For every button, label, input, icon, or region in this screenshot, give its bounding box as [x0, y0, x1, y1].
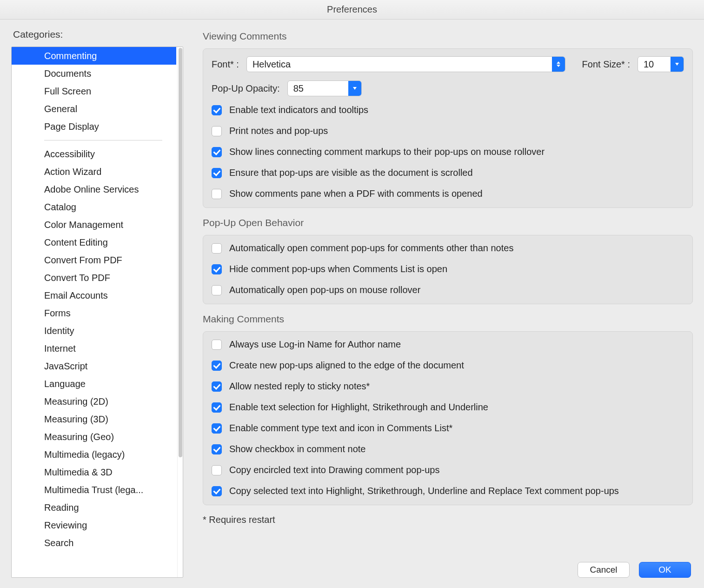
checkbox-row: Automatically open pop-ups on mouse roll…: [212, 285, 684, 295]
category-item[interactable]: Action Wizard: [12, 163, 176, 180]
checkbox-row: Create new pop-ups aligned to the edge o…: [212, 360, 684, 371]
category-item[interactable]: Email Accounts: [12, 287, 176, 304]
window-title: Preferences: [0, 0, 704, 20]
checkbox-row: Enable text selection for Highlight, Str…: [212, 402, 684, 413]
preferences-body: Categories: CommentingDocumentsFull Scre…: [0, 20, 704, 588]
checkbox[interactable]: [212, 361, 222, 371]
category-item[interactable]: Catalog: [12, 198, 176, 216]
category-item[interactable]: Documents: [12, 65, 176, 82]
checkbox-label: Show checkbox in comment note: [229, 444, 366, 454]
category-item[interactable]: Multimedia & 3D: [12, 463, 176, 481]
checkbox-row: Enable text indicators and tooltips: [212, 105, 684, 115]
category-item[interactable]: Identity: [12, 322, 176, 340]
checkbox[interactable]: [212, 381, 222, 392]
category-item[interactable]: Page Display: [12, 118, 176, 135]
checkbox-label: Hide comment pop-ups when Comments List …: [229, 264, 447, 274]
checkbox-row: Always use Log-in Name for Author name: [212, 339, 684, 350]
category-item[interactable]: Accessibility: [12, 145, 176, 163]
checkbox-label: Allow nested reply to sticky notes*: [229, 381, 370, 392]
checkbox-label: Automatically open pop-ups on mouse roll…: [229, 285, 420, 295]
restart-note: * Requires restart: [203, 514, 693, 525]
category-item[interactable]: Language: [12, 375, 176, 393]
scrollbar-thumb[interactable]: [179, 48, 182, 457]
section-popup: Automatically open comment pop-ups for c…: [203, 235, 693, 304]
ok-button[interactable]: OK: [639, 562, 691, 578]
fontsize-value: 10: [638, 59, 671, 70]
checkbox-label: Enable text indicators and tooltips: [229, 105, 368, 115]
checkbox-label: Show lines connecting comment markups to…: [229, 147, 545, 157]
fontsize-select[interactable]: 10: [638, 56, 684, 72]
checkbox-row: Copy encircled text into Drawing comment…: [212, 465, 684, 475]
cancel-button[interactable]: Cancel: [578, 562, 630, 578]
checkbox-row: Hide comment pop-ups when Comments List …: [212, 264, 684, 274]
checkbox-row: Show comments pane when a PDF with comme…: [212, 188, 684, 199]
category-item[interactable]: Multimedia (legacy): [12, 446, 176, 463]
checkbox[interactable]: [212, 189, 222, 199]
categories-label: Categories:: [13, 29, 183, 40]
checkbox[interactable]: [212, 126, 222, 136]
checkbox-label: Always use Log-in Name for Author name: [229, 339, 401, 350]
category-item[interactable]: Forms: [12, 304, 176, 322]
font-label: Font* :: [212, 59, 239, 70]
category-item[interactable]: Measuring (2D): [12, 393, 176, 410]
category-item[interactable]: Search: [12, 534, 176, 552]
category-item[interactable]: Multimedia Trust (lega...: [12, 481, 176, 499]
checkbox[interactable]: [212, 168, 222, 178]
category-item[interactable]: JavaScript: [12, 357, 176, 375]
checkbox-row: Automatically open comment pop-ups for c…: [212, 243, 684, 254]
checkbox-row: Allow nested reply to sticky notes*: [212, 381, 684, 392]
category-item[interactable]: Convert To PDF: [12, 269, 176, 287]
checkbox[interactable]: [212, 465, 222, 475]
opacity-label: Pop-Up Opacity:: [212, 83, 280, 94]
font-value: Helvetica: [247, 59, 552, 70]
categories-list: CommentingDocumentsFull ScreenGeneralPag…: [11, 47, 183, 578]
checkbox-row: Show lines connecting comment markups to…: [212, 147, 684, 157]
checkbox-label: Automatically open comment pop-ups for c…: [229, 243, 513, 254]
category-item[interactable]: Convert From PDF: [12, 251, 176, 269]
updown-icon: [552, 57, 565, 72]
category-item[interactable]: Color Management: [12, 216, 176, 234]
checkbox-label: Create new pop-ups aligned to the edge o…: [229, 360, 464, 371]
checkbox[interactable]: [212, 340, 222, 350]
checkbox-label: Enable text selection for Highlight, Str…: [229, 402, 488, 413]
checkbox[interactable]: [212, 264, 222, 274]
checkbox[interactable]: [212, 147, 222, 157]
checkbox-label: Enable comment type text and icon in Com…: [229, 423, 452, 434]
category-item[interactable]: Reading: [12, 499, 176, 516]
checkbox-row: Show checkbox in comment note: [212, 444, 684, 454]
checkbox-row: Print notes and pop-ups: [212, 126, 684, 136]
category-item[interactable]: Internet: [12, 340, 176, 357]
checkbox-label: Copy selected text into Highlight, Strik…: [229, 486, 619, 496]
section-viewing: Font* : Helvetica Font Size* : 10 Pop-Up…: [203, 48, 693, 208]
fontsize-label: Font Size* :: [582, 59, 630, 70]
categories-scrollbar[interactable]: [177, 47, 183, 577]
category-item[interactable]: Full Screen: [12, 82, 176, 100]
opacity-value: 85: [288, 83, 348, 94]
checkbox[interactable]: [212, 486, 222, 496]
checkbox-label: Show comments pane when a PDF with comme…: [229, 188, 483, 199]
checkbox[interactable]: [212, 444, 222, 454]
category-item[interactable]: Commenting: [12, 47, 176, 65]
checkbox[interactable]: [212, 423, 222, 434]
checkbox[interactable]: [212, 105, 222, 115]
checkbox[interactable]: [212, 402, 222, 413]
opacity-select[interactable]: 85: [287, 80, 362, 96]
checkbox[interactable]: [212, 243, 222, 254]
dialog-footer: Cancel OK: [203, 556, 693, 578]
category-item[interactable]: Measuring (Geo): [12, 428, 176, 446]
checkbox[interactable]: [212, 285, 222, 295]
chevron-down-icon: [671, 57, 684, 72]
category-item[interactable]: Adobe Online Services: [12, 180, 176, 198]
checkbox-row: Ensure that pop-ups are visible as the d…: [212, 167, 684, 178]
section-viewing-title: Viewing Comments: [203, 31, 693, 42]
category-item[interactable]: Measuring (3D): [12, 410, 176, 428]
font-select[interactable]: Helvetica: [246, 56, 565, 72]
category-item[interactable]: General: [12, 100, 176, 118]
section-popup-title: Pop-Up Open Behavior: [203, 217, 693, 228]
checkbox-row: Copy selected text into Highlight, Strik…: [212, 486, 684, 496]
category-item[interactable]: Content Editing: [12, 234, 176, 251]
checkbox-row: Enable comment type text and icon in Com…: [212, 423, 684, 434]
category-item[interactable]: Reviewing: [12, 516, 176, 534]
checkbox-label: Ensure that pop-ups are visible as the d…: [229, 167, 473, 178]
sidebar: Categories: CommentingDocumentsFull Scre…: [11, 29, 183, 578]
